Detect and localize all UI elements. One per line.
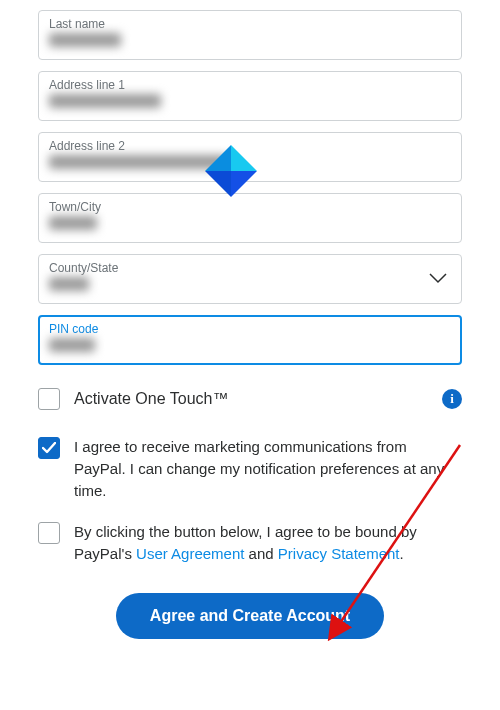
county-label: County/State [49, 261, 451, 275]
onetouch-row: Activate One Touch™ i [38, 387, 462, 410]
pin-field[interactable]: PIN code [38, 315, 462, 365]
terms-label: By clicking the button below, I agree to… [74, 521, 462, 565]
logo-icon [205, 145, 257, 197]
last-name-field[interactable]: Last name [38, 10, 462, 60]
pin-value [49, 338, 95, 352]
check-icon [42, 442, 56, 454]
town-field[interactable]: Town/City [38, 193, 462, 243]
terms-checkbox[interactable] [38, 522, 60, 544]
county-value [49, 277, 89, 291]
address2-value [49, 155, 229, 169]
svg-marker-1 [231, 145, 257, 171]
agree-create-account-button[interactable]: Agree and Create Account [116, 593, 384, 639]
info-icon[interactable]: i [442, 389, 462, 409]
terms-suffix: . [400, 545, 404, 562]
terms-mid: and [244, 545, 277, 562]
svg-marker-4 [231, 171, 257, 197]
last-name-value [49, 33, 121, 47]
svg-marker-2 [205, 145, 231, 171]
county-select[interactable]: County/State [38, 254, 462, 304]
pin-label: PIN code [49, 322, 451, 336]
user-agreement-link[interactable]: User Agreement [136, 545, 244, 562]
town-label: Town/City [49, 200, 451, 214]
terms-row: By clicking the button below, I agree to… [38, 521, 462, 565]
address1-value [49, 94, 161, 108]
button-row: Agree and Create Account [38, 593, 462, 639]
marketing-label: I agree to receive marketing communicati… [74, 436, 462, 501]
privacy-statement-link[interactable]: Privacy Statement [278, 545, 400, 562]
address1-field[interactable]: Address line 1 [38, 71, 462, 121]
onetouch-label: Activate One Touch™ [74, 387, 428, 410]
marketing-checkbox[interactable] [38, 437, 60, 459]
onetouch-checkbox[interactable] [38, 388, 60, 410]
town-value [49, 216, 97, 230]
svg-marker-3 [205, 171, 231, 197]
address1-label: Address line 1 [49, 78, 451, 92]
last-name-label: Last name [49, 17, 451, 31]
chevron-down-icon [429, 270, 447, 288]
marketing-row: I agree to receive marketing communicati… [38, 436, 462, 501]
